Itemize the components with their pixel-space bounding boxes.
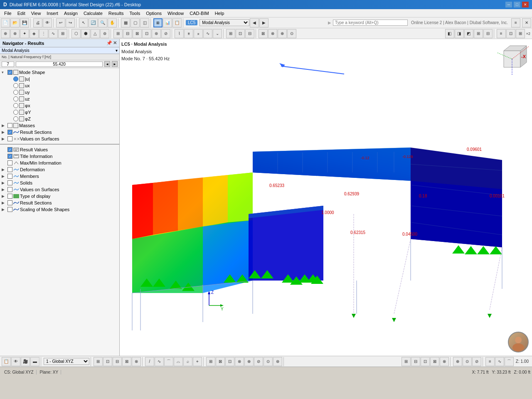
tb2-view2[interactable]: ⊡ — [236, 29, 245, 38]
menu-tools[interactable]: Tools — [127, 10, 143, 16]
tb-rotate[interactable]: 🔄 — [89, 18, 98, 27]
menu-edit[interactable]: Edit — [15, 10, 28, 16]
nav-item-title-info[interactable]: Title Information — [0, 153, 119, 160]
tb2-snap2[interactable]: ⊟ — [123, 29, 132, 38]
menu-options[interactable]: Options — [143, 10, 164, 16]
3d-scene[interactable]: 0.09601 0.00101 0.62939 0.18 0.62315 0.0… — [120, 39, 532, 356]
menu-insert[interactable]: Insert — [44, 10, 61, 16]
tb2-snap4[interactable]: ⊡ — [142, 29, 151, 38]
nav-pin-button[interactable]: 📌 — [106, 40, 112, 46]
btb-r6[interactable]: ⊕ — [453, 357, 462, 366]
tb-prev-mode[interactable]: ◀ — [250, 18, 259, 27]
maximize-button[interactable]: □ — [514, 2, 520, 7]
nav-item-members[interactable]: ▶ Members — [0, 173, 119, 180]
tb2-snap6[interactable]: ⊘ — [161, 29, 170, 38]
tb2-view3[interactable]: ⊟ — [245, 29, 254, 38]
btb-draw1[interactable]: / — [145, 357, 154, 366]
btb-snap5[interactable]: ⊗ — [132, 357, 141, 366]
tb2-graph3[interactable]: ⌅ — [194, 29, 203, 38]
tb-open[interactable]: 📂 — [10, 18, 20, 27]
tb2-r3[interactable]: ◩ — [464, 29, 473, 38]
tb2-misc4[interactable]: ⊙ — [287, 29, 296, 38]
tb2-3[interactable]: ✦ — [20, 29, 29, 38]
btb-snap4[interactable]: ⊠ — [122, 357, 131, 366]
cb-result-values[interactable] — [7, 147, 12, 152]
cb-maxmin[interactable] — [7, 160, 12, 165]
tb2-r6[interactable]: ≡ — [497, 29, 506, 38]
cb-result-sections-bottom[interactable] — [7, 200, 12, 205]
tb2-display2[interactable]: ⬢ — [81, 29, 90, 38]
tb-mode-shape-display[interactable]: ⊞ — [153, 18, 163, 27]
tb-preview[interactable]: 👁 — [43, 18, 52, 27]
tb-next-mode[interactable]: ▶ — [259, 18, 268, 27]
tb2-snap1[interactable]: ⊞ — [113, 29, 123, 38]
tb2-r5[interactable]: ⊟ — [483, 29, 493, 38]
tb-pan[interactable]: ✋ — [108, 18, 117, 27]
tb-render2[interactable]: ▢ — [131, 18, 140, 27]
nav-item-result-sections-bottom[interactable]: ▶ Result Sections — [0, 200, 119, 206]
modal-analysis-dropdown[interactable]: Modal Analysis — [200, 19, 249, 26]
tb2-1[interactable]: ⊕ — [1, 29, 10, 38]
cb-mode-shape[interactable] — [7, 70, 12, 75]
menu-calculate[interactable]: Calculate — [81, 10, 105, 16]
tb-results[interactable]: 📋 — [172, 18, 182, 27]
nav-item-result-sections[interactable]: ▶ Result Sections — [0, 129, 119, 135]
nav-item-mode-shape[interactable]: ▾ Mode Shape — [0, 69, 119, 76]
btb-r8[interactable]: ⊘ — [472, 357, 481, 366]
freq-next-button[interactable]: ► — [112, 61, 118, 67]
nav-item-values-on-surfaces[interactable]: ▶ ✕✕ Values on Surfaces — [0, 135, 119, 142]
tb-close-right[interactable]: ✕ — [522, 18, 531, 27]
nav-item-ux[interactable]: ux — [0, 82, 119, 89]
tb2-r1[interactable]: ◧ — [445, 29, 454, 38]
btb-r3[interactable]: ⊡ — [421, 357, 430, 366]
nav-tab-modal[interactable]: Modal Analysis — [2, 48, 30, 53]
close-button[interactable]: ✕ — [522, 2, 529, 7]
btb-r4[interactable]: ⊠ — [430, 357, 439, 366]
nav-item-deformation[interactable]: ▶ Deformation — [0, 166, 119, 173]
freq-hz-input[interactable] — [16, 62, 103, 67]
btb-r5[interactable]: ⊗ — [440, 357, 449, 366]
cb-members[interactable] — [7, 174, 12, 179]
btb-r9[interactable]: ≡ — [485, 357, 495, 366]
search-input[interactable] — [333, 20, 408, 26]
menu-help[interactable]: Help — [212, 10, 227, 16]
btb-draw2[interactable]: ∿ — [155, 357, 164, 366]
tb-render3[interactable]: ◫ — [140, 18, 149, 27]
menu-file[interactable]: File — [2, 10, 14, 16]
tb2-4[interactable]: ◈ — [30, 29, 39, 38]
nav-item-u-abs[interactable]: |u| — [0, 76, 119, 82]
tb2-graph4[interactable]: ∿ — [203, 29, 212, 38]
tb2-6[interactable]: ∿ — [49, 29, 58, 38]
tb2-snap5[interactable]: ⊛ — [152, 29, 161, 38]
nav-item-solids[interactable]: ▶ Solids — [0, 180, 119, 186]
btb-4[interactable]: ▬ — [30, 357, 39, 366]
btb-t2[interactable]: ⊠ — [216, 357, 225, 366]
btb-t1[interactable]: ⊞ — [206, 357, 215, 366]
nav-item-masses[interactable]: ▶ Masses — [0, 122, 119, 129]
radio-phix[interactable] — [13, 103, 18, 108]
btb-r10[interactable]: ∿ — [495, 357, 504, 366]
nav-item-vals-surfaces-bottom[interactable]: ▶ Values on Surfaces — [0, 186, 119, 193]
btb-camera[interactable]: 🎥 — [21, 357, 30, 366]
tb-print[interactable]: 🖨 — [33, 18, 42, 27]
tb2-graph5[interactable]: ⌄ — [213, 29, 222, 38]
btb-r1[interactable]: ⊞ — [401, 357, 411, 366]
menu-assign[interactable]: Assign — [62, 10, 80, 16]
tb2-misc3[interactable]: ⊕ — [278, 29, 287, 38]
cb-scaling[interactable] — [7, 207, 12, 212]
btb-draw6[interactable]: ⌖ — [193, 357, 202, 366]
tb2-r8[interactable]: ⊞ — [516, 29, 525, 38]
tb-select[interactable]: ↖ — [79, 18, 88, 27]
tb2-r7[interactable]: ⊡ — [506, 29, 515, 38]
btb-snap1[interactable]: ⊞ — [94, 357, 103, 366]
nav-close-button[interactable]: ✕ — [113, 40, 117, 46]
tb2-display1[interactable]: ⬡ — [71, 29, 81, 38]
tb2-misc1[interactable]: ⊠ — [259, 29, 268, 38]
nav-tab-dropdown[interactable]: ▾ — [116, 48, 118, 53]
tb2-2[interactable]: ⊗ — [10, 29, 20, 38]
radio-phiy[interactable] — [13, 110, 18, 115]
nav-item-phiz[interactable]: φZ — [0, 116, 119, 122]
radio-uy[interactable] — [13, 90, 18, 95]
cb-title-info[interactable] — [7, 154, 12, 159]
cb-solids[interactable] — [7, 180, 12, 185]
